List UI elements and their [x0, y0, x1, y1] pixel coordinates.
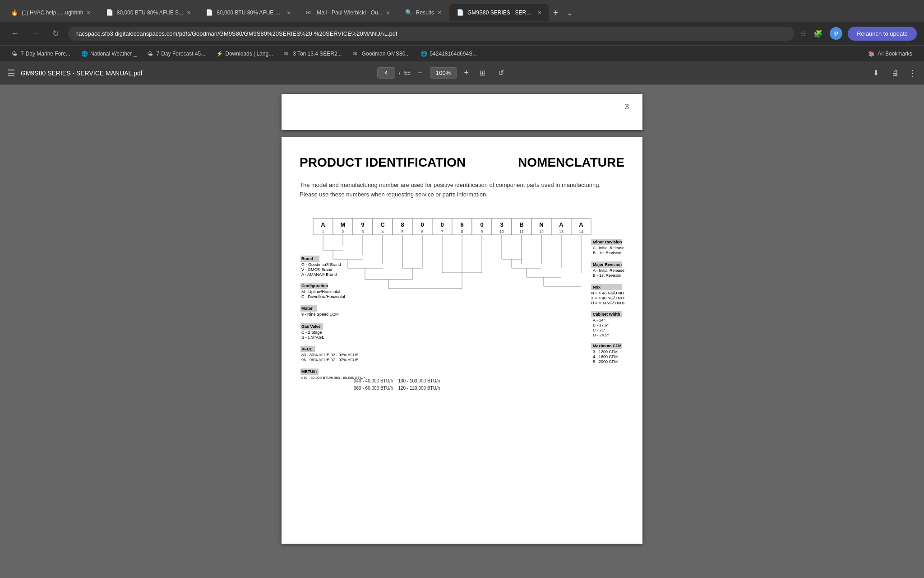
tab-2-title: 80,000 BTU 80% AFUE S... — [117, 9, 183, 16]
svg-text:6: 6 — [421, 229, 423, 234]
svg-text:8: 8 — [401, 221, 404, 228]
bookmark-1[interactable]: 🌤 7-Day Marine Fore... — [7, 49, 75, 59]
pdf-fit-page-button[interactable]: ⊞ — [476, 67, 489, 79]
tab-4-favicon: ✉ — [306, 9, 313, 16]
bookmark-2-title: National Weather _ — [90, 51, 137, 57]
tab-5-close[interactable]: × — [438, 9, 441, 16]
bookmark-7[interactable]: 🌐 542418164d694S... — [416, 49, 481, 59]
back-button[interactable]: ← — [7, 27, 23, 40]
mbtu-row-2: 040 - 40,000 BTU/h 100 - 100,000 BTU/h — [354, 378, 624, 385]
pdf-page-3: 3 — [282, 94, 642, 130]
svg-text:13: 13 — [559, 229, 564, 234]
pdf-page-input[interactable] — [377, 67, 395, 79]
address-input[interactable] — [68, 27, 795, 41]
tab-4[interactable]: ✉ Mail - Paul Wierbicki - Ou... × — [299, 4, 397, 21]
bookmark-6-favicon: ❄ — [353, 51, 359, 57]
pdf-title: GM9S80 SERIES - SERVICE MANUAL.pdf — [21, 70, 372, 77]
tab-3-title: 80,000 BTU 80% AFUE M... — [217, 9, 283, 16]
bookmark-5-favicon: ❄ — [284, 51, 290, 57]
tab-overflow-button[interactable]: ⌄ — [563, 9, 576, 17]
profile-button[interactable]: P — [830, 27, 842, 40]
pdf-toolbar: ☰ GM9S80 SERIES - SERVICE MANUAL.pdf / 5… — [0, 61, 924, 85]
extension-button[interactable]: 🧩 — [812, 28, 824, 40]
svg-text:U = < 14NG/J NOx: U = < 14NG/J NOx — [591, 301, 624, 305]
bookmark-1-title: 7-Day Marine Fore... — [21, 51, 70, 57]
bookmark-5[interactable]: ❄ 3 Ton 13.4 SEER2... — [279, 49, 346, 59]
new-tab-button[interactable]: + — [550, 8, 562, 18]
svg-text:AFUE: AFUE — [301, 347, 313, 351]
tab-5-favicon: 🔍 — [405, 9, 412, 16]
bookmark-3[interactable]: 🌤 7-Day Forecast 45... — [143, 49, 210, 59]
product-id-title: PRODUCT IDENTIFICATION — [300, 155, 466, 170]
all-bookmarks[interactable]: 📚 All Bookmarks — [864, 49, 917, 59]
svg-text:B - 1st Revision: B - 1st Revision — [593, 273, 621, 278]
tab-6-close[interactable]: × — [538, 9, 541, 16]
pdf-content[interactable]: 3 PRODUCT IDENTIFICATION NOMENCLATURE Th… — [0, 85, 924, 578]
tab-5[interactable]: 🔍 Results × — [398, 4, 448, 21]
tab-1-favicon: 🔥 — [11, 9, 18, 16]
svg-text:12: 12 — [539, 229, 544, 234]
svg-text:A: A — [559, 221, 564, 228]
bookmarks-icon: 📚 — [868, 51, 875, 57]
svg-text:9 - Nine Speed ECM: 9 - Nine Speed ECM — [301, 312, 339, 317]
svg-text:11: 11 — [519, 229, 524, 234]
svg-text:MBTU/h: MBTU/h — [301, 369, 317, 374]
tab-3[interactable]: 📄 80,000 BTU 80% AFUE M... × — [199, 4, 298, 21]
svg-text:1: 1 — [322, 229, 324, 234]
svg-text:Minor Revision: Minor Revision — [593, 240, 622, 244]
svg-text:Major Revision: Major Revision — [593, 262, 622, 267]
tab-3-favicon: 📄 — [206, 9, 213, 16]
svg-text:3 - 1200 CFM: 3 - 1200 CFM — [593, 350, 618, 354]
address-bar: ← → ↻ ☆ 🧩 P Relaunch to update — [0, 22, 924, 45]
tab-6-favicon: 📄 — [457, 9, 464, 16]
svg-text:9: 9 — [361, 221, 364, 228]
svg-text:V - GMC® Brand: V - GMC® Brand — [301, 267, 332, 272]
svg-text:7: 7 — [441, 229, 443, 234]
tab-2-close[interactable]: × — [187, 9, 190, 16]
svg-text:A: A — [321, 221, 325, 228]
pdf-download-button[interactable]: ⬇ — [869, 67, 882, 79]
forward-button[interactable]: → — [28, 27, 43, 40]
tab-2[interactable]: 📄 80,000 BTU 80% AFUE S... × — [99, 4, 198, 21]
svg-text:Nox: Nox — [593, 285, 601, 289]
bookmarks-bar: 🌤 7-Day Marine Fore... 🌐 National Weathe… — [0, 45, 924, 61]
page-3-number: 3 — [625, 103, 629, 111]
all-bookmarks-label: All Bookmarks — [878, 51, 912, 57]
pdf-rotate-button[interactable]: ↺ — [494, 67, 508, 79]
reload-button[interactable]: ↻ — [49, 27, 63, 40]
svg-text:9: 9 — [480, 229, 483, 234]
pdf-zoom-out-button[interactable]: − — [416, 66, 425, 79]
tab-4-close[interactable]: × — [386, 9, 390, 16]
product-id-description: The model and manufacturing number are u… — [300, 181, 624, 200]
bookmark-2[interactable]: 🌐 National Weather _ — [77, 49, 141, 59]
bookmark-4-title: Downloads | Lang... — [225, 51, 273, 57]
pdf-more-button[interactable]: ⋮ — [908, 68, 917, 79]
pdf-page-controls: / 55 — [377, 67, 411, 79]
pdf-zoom-in-button[interactable]: + — [462, 66, 471, 79]
svg-text:3: 3 — [361, 229, 364, 234]
bookmark-6[interactable]: ❄ Goodman GMS80... — [348, 49, 415, 59]
svg-text:0: 0 — [440, 221, 444, 228]
svg-text:Motor: Motor — [301, 306, 313, 311]
tab-1[interactable]: 🔥 (1) HVAC help......ughhhh × — [4, 4, 98, 21]
svg-text:Gas Valve: Gas Valve — [301, 324, 321, 329]
bookmark-4[interactable]: ⚡ Downloads | Lang... — [212, 49, 277, 59]
pdf-menu-button[interactable]: ☰ — [7, 68, 15, 79]
svg-text:C - 21": C - 21" — [593, 328, 605, 332]
bookmark-3-favicon: 🌤 — [148, 51, 154, 57]
relaunch-button[interactable]: Relaunch to update — [848, 27, 917, 41]
bookmark-star-button[interactable]: ☆ — [800, 29, 806, 38]
svg-text:N = > 40 NG/J NOx: N = > 40 NG/J NOx — [591, 291, 624, 295]
tab-6[interactable]: 📄 GM9S80 SERIES - SERVI... × — [449, 4, 549, 21]
svg-text:C - 2 Stage: C - 2 Stage — [301, 330, 322, 335]
tab-2-favicon: 📄 — [106, 9, 113, 16]
svg-text:C - Downflow/Horizontal: C - Downflow/Horizontal — [301, 294, 345, 299]
tab-1-close[interactable]: × — [87, 9, 91, 16]
nomenclature-diagram: A 1 M 2 9 3 C 4 8 — [300, 214, 624, 392]
bookmark-4-favicon: ⚡ — [216, 51, 222, 57]
svg-text:4 - 1600 CFM: 4 - 1600 CFM — [593, 354, 618, 359]
tab-1-title: (1) HVAC help......ughhhh — [22, 9, 83, 16]
svg-text:80 - 80% AFUE   92 - 92% AFUE: 80 - 80% AFUE 92 - 92% AFUE — [301, 353, 359, 357]
tab-3-close[interactable]: × — [287, 9, 291, 16]
pdf-print-button[interactable]: 🖨 — [888, 67, 902, 79]
